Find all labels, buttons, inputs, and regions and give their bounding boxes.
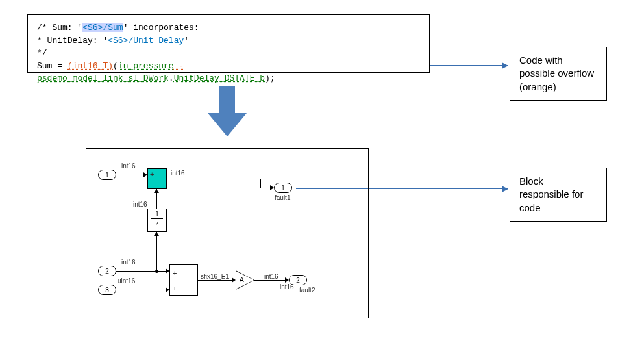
wire: [198, 280, 233, 281]
text: Sum =: [37, 61, 68, 71]
inport-3[interactable]: 3: [98, 285, 116, 295]
code-var-dwork: psdemo_model_link_sl_DWork: [37, 73, 169, 83]
sum2-block[interactable]: + +: [169, 264, 198, 296]
text: (orange): [519, 81, 597, 94]
text: 1: [155, 209, 159, 218]
datatype-label: int16: [121, 162, 136, 170]
flow-arrow-icon: [208, 86, 247, 136]
text: z: [156, 219, 159, 227]
text: (: [113, 61, 118, 71]
wire: [260, 179, 261, 188]
wire: [156, 232, 157, 271]
minus-icon: −: [150, 181, 154, 188]
plus-icon: +: [173, 285, 177, 292]
text: code: [519, 201, 597, 214]
junction: [155, 270, 158, 273]
code-line: Sum = (int16_T)(in_pressure - psdemo_mod…: [37, 60, 420, 85]
wire: [116, 290, 167, 290]
outport-label: fault2: [299, 287, 315, 294]
gain-block[interactable]: [236, 271, 254, 289]
outport-label: fault1: [275, 194, 290, 201]
datatype-label: int16: [171, 170, 185, 177]
datatype-label: uint16: [118, 277, 135, 285]
gain-label: A: [240, 276, 244, 283]
text: * UnitDelay: ': [37, 36, 108, 45]
code-comment-line-3: */: [37, 47, 420, 60]
arrow-icon: [154, 232, 159, 236]
annotation-block-responsible: Block responsible for code: [510, 168, 607, 222]
text: Code with: [519, 54, 597, 67]
text: ' incorporates:: [123, 23, 199, 32]
text: possible overflow: [519, 67, 597, 80]
simulink-diagram: 1 int16 + − int16 1 fault1 int16 1 z 2 i…: [86, 148, 369, 318]
datatype-label: int16: [133, 201, 147, 208]
text: .: [169, 73, 174, 83]
datatype-label: int16: [121, 259, 136, 266]
code-cast: (int16_T): [68, 61, 113, 71]
text: responsible for: [519, 188, 597, 201]
inport-2[interactable]: 2: [98, 266, 116, 276]
plus-icon: +: [150, 170, 154, 178]
plus-icon: +: [173, 269, 177, 277]
datatype-label: sfix16_E1: [201, 273, 229, 280]
code-comment-line-2: * UnitDelay: '<S6>/Unit Delay': [37, 34, 420, 47]
code-comment-line-1: /* Sum: '<S6>/Sum' incorporates:: [37, 21, 420, 34]
datatype-label: int16: [280, 283, 294, 290]
inport-1[interactable]: 1: [98, 170, 116, 180]
text: ': [184, 36, 189, 45]
arrow-icon: [502, 186, 508, 192]
outport-1[interactable]: 1: [274, 183, 292, 193]
wire: [254, 280, 286, 281]
sum-block[interactable]: + −: [147, 168, 167, 189]
arrow-icon: [502, 62, 508, 69]
annotation-code-overflow: Code with possible overflow (orange): [510, 47, 607, 101]
text: /* Sum: ': [37, 23, 82, 32]
code-op-minus: -: [174, 61, 184, 71]
code-var-unitdelay-dstate: UnitDelay_DSTATE_b: [174, 73, 265, 83]
connector-arrow-1: [430, 65, 508, 66]
code-var-inpressure: in_pressure: [118, 61, 174, 71]
code-link-unitdelay[interactable]: <S6>/Unit Delay: [108, 36, 184, 45]
text: Block: [519, 175, 597, 188]
code-panel: /* Sum: '<S6>/Sum' incorporates: * UnitD…: [27, 14, 430, 73]
wire: [116, 271, 167, 272]
wire: [167, 179, 260, 179]
datatype-label: int16: [264, 273, 279, 280]
wire: [116, 175, 145, 175]
text: );: [265, 73, 275, 83]
code-link-sum[interactable]: <S6>/Sum: [82, 23, 123, 32]
arrow-icon: [154, 189, 159, 193]
unit-delay-block[interactable]: 1 z: [147, 209, 167, 232]
